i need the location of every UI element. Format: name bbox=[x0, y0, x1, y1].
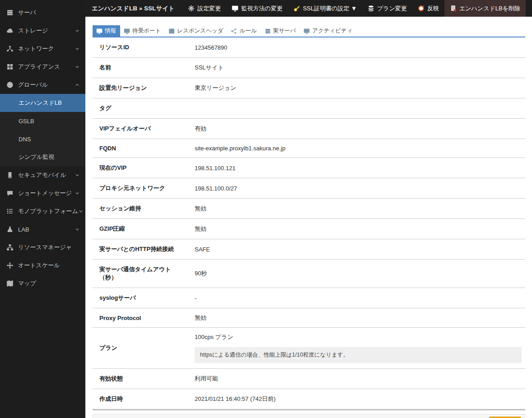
app-root: サーバストレージネットワークアプライアンスグローバルエンハンスドLBGSLBDN… bbox=[0, 0, 532, 418]
detail-value-text: 無効 bbox=[195, 314, 522, 322]
action-label: プラン変更 bbox=[377, 5, 407, 13]
tab-label: 情報 bbox=[105, 27, 116, 35]
mobile-icon bbox=[6, 172, 14, 179]
chevron-down-icon bbox=[75, 227, 80, 232]
sidebar-item-label: セキュアモバイル bbox=[18, 171, 66, 179]
details-table-wrap: リソースID1234567890名前SSLサイト設置先リージョン東京リージョンタ… bbox=[93, 37, 525, 410]
action-label: SSL証明書の設定 ▼ bbox=[303, 5, 357, 13]
detail-label: プロキシ元ネットワーク bbox=[93, 178, 187, 199]
action-plan-change-button[interactable]: プラン変更 bbox=[362, 0, 412, 17]
tab-listen-port[interactable]: 待受ポート bbox=[120, 25, 165, 37]
action-ssl-cert-settings-button[interactable]: SSL証明書の設定 ▼ bbox=[288, 0, 362, 17]
mono-icon bbox=[6, 208, 14, 215]
sidebar-item-map[interactable]: マップ bbox=[0, 274, 85, 293]
sidebar-item-global[interactable]: グローバル bbox=[0, 76, 85, 94]
resource-icon bbox=[6, 244, 14, 251]
detail-value: SSLサイト bbox=[187, 58, 525, 78]
tab-label: レスポンスヘッダ bbox=[177, 27, 223, 35]
detail-label: プラン bbox=[93, 328, 187, 369]
monitor-icon bbox=[124, 28, 130, 34]
sidebar-item-label: モノプラットフォーム bbox=[18, 207, 78, 215]
action-label: 監視方法の変更 bbox=[241, 5, 282, 13]
sidebar-item-label: ストレージ bbox=[18, 27, 48, 35]
key-icon bbox=[294, 5, 300, 12]
action-label: 反映 bbox=[427, 5, 439, 13]
sidebar-item-mono-platform[interactable]: モノプラットフォーム bbox=[0, 202, 85, 220]
detail-value: 2021/01/21 16:40:57 (742日前) bbox=[187, 389, 525, 409]
content: 情報待受ポートレスポンスヘッダルール実サーバアクティビティ リソースID1234… bbox=[85, 17, 532, 418]
sidebar-item-enhanced-lb[interactable]: エンハンスドLB bbox=[0, 94, 85, 112]
detail-value-text: 無効 bbox=[195, 225, 522, 233]
detail-value-text: 100cps プラン bbox=[195, 333, 522, 341]
detail-row: リソースID1234567890 bbox=[93, 37, 525, 58]
sidebar-item-secure-mobile[interactable]: セキュアモバイル bbox=[0, 166, 85, 184]
plan-icon bbox=[368, 5, 374, 12]
tab-info[interactable]: 情報 bbox=[93, 25, 120, 37]
topbar: エンハンスドLB » SSLサイト 設定変更監視方法の変更SSL証明書の設定 ▼… bbox=[85, 0, 532, 17]
sidebar-item-label: アプライアンス bbox=[18, 63, 60, 71]
detail-row: FQDNsite-example.proxylb1.sakura.ne.jp bbox=[93, 139, 525, 158]
detail-label: 作成日時 bbox=[93, 389, 187, 409]
detail-label: 設置先リージョン bbox=[93, 78, 187, 98]
detail-row: プロキシ元ネットワーク198.51.100.0/27 bbox=[93, 178, 525, 199]
tab-real-server[interactable]: 実サーバ bbox=[261, 25, 300, 37]
sidebar-item-short-message[interactable]: ショートメッセージ bbox=[0, 184, 85, 202]
detail-value bbox=[187, 98, 525, 119]
action-apply-button[interactable]: 反映 bbox=[412, 0, 444, 17]
chevron-down-icon bbox=[75, 64, 80, 70]
detail-value: SAFE bbox=[187, 239, 525, 260]
sidebar-item-simple-monitor[interactable]: シンプル監視 bbox=[0, 148, 85, 166]
monitor-icon bbox=[232, 5, 238, 12]
detail-row: セッション維持無効 bbox=[93, 199, 525, 219]
detail-value-text: 有効 bbox=[195, 125, 522, 133]
tab-rule[interactable]: ルール bbox=[227, 25, 261, 37]
delete-icon bbox=[450, 5, 457, 12]
lab-icon bbox=[6, 226, 14, 233]
sidebar-item-dns[interactable]: DNS bbox=[0, 130, 85, 148]
tab-response-header[interactable]: レスポンスヘッダ bbox=[165, 25, 227, 37]
detail-value: 無効 bbox=[187, 308, 525, 328]
detail-row: プラン100cps プランhttpsによる通信の場合、性能上限は1/10程度にな… bbox=[93, 328, 525, 369]
sidebar-item-autoscale[interactable]: オートスケール bbox=[0, 256, 85, 274]
detail-value: 198.51.100.121 bbox=[187, 158, 525, 178]
detail-value-text: - bbox=[195, 295, 522, 302]
detail-value: 198.51.100.0/27 bbox=[187, 178, 525, 199]
detail-value-text: 利用可能 bbox=[195, 375, 522, 383]
detail-value-text: 198.51.100.121 bbox=[195, 165, 522, 172]
detail-row: GZIP圧縮無効 bbox=[93, 219, 525, 239]
detail-value: site-example.proxylb1.sakura.ne.jp bbox=[187, 139, 525, 158]
detail-row: VIPフェイルオーバ有効 bbox=[93, 119, 525, 139]
action-settings-change-button[interactable]: 設定変更 bbox=[182, 0, 226, 17]
detail-label: 実サーバ通信タイムアウト（秒） bbox=[93, 260, 187, 288]
detail-label: FQDN bbox=[93, 139, 187, 158]
chevron-down-icon bbox=[75, 46, 80, 51]
sidebar-item-lab[interactable]: LAB bbox=[0, 220, 85, 238]
tab-activity[interactable]: アクティビティ bbox=[300, 25, 357, 37]
sidebar-item-server[interactable]: サーバ bbox=[0, 4, 85, 22]
detail-row: 実サーバとのHTTP持続接続SAFE bbox=[93, 239, 525, 260]
sidebar-item-appliance[interactable]: アプライアンス bbox=[0, 58, 85, 76]
tab-label: 待受ポート bbox=[132, 27, 161, 35]
action-monitoring-change-button[interactable]: 監視方法の変更 bbox=[226, 0, 288, 17]
sidebar-item-label: DNS bbox=[19, 136, 31, 143]
sidebar-item-storage[interactable]: ストレージ bbox=[0, 22, 85, 40]
chevron-down-icon bbox=[78, 209, 84, 214]
gear-icon bbox=[188, 5, 195, 12]
window-icon bbox=[168, 28, 175, 34]
detail-row: 設置先リージョン東京リージョン bbox=[93, 78, 525, 98]
detail-label: リソースID bbox=[93, 37, 187, 58]
sidebar-item-gslb[interactable]: GSLB bbox=[0, 112, 85, 130]
sidebar-item-label: LAB bbox=[18, 226, 29, 233]
action-delete-enhanced-lb-button[interactable]: エンハンスドLBを削除 bbox=[444, 0, 526, 17]
sidebar-submenu-global: エンハンスドLBGSLBDNSシンプル監視 bbox=[0, 94, 85, 166]
sidebar-item-label: シンプル監視 bbox=[19, 153, 54, 161]
detail-label: 名前 bbox=[93, 58, 187, 78]
sidebar-item-network[interactable]: ネットワーク bbox=[0, 40, 85, 58]
detail-row: syslogサーバ- bbox=[93, 288, 525, 308]
sidebar-menu: サーバストレージネットワークアプライアンスグローバルエンハンスドLBGSLBDN… bbox=[0, 0, 85, 293]
detail-row: 作成日時2021/01/21 16:40:57 (742日前) bbox=[93, 389, 525, 409]
detail-value: 有効 bbox=[187, 119, 525, 139]
sidebar-item-resource-manager[interactable]: リソースマネージャ bbox=[0, 238, 85, 256]
detail-value-text: 無効 bbox=[195, 204, 522, 213]
monitor-icon bbox=[96, 28, 103, 34]
